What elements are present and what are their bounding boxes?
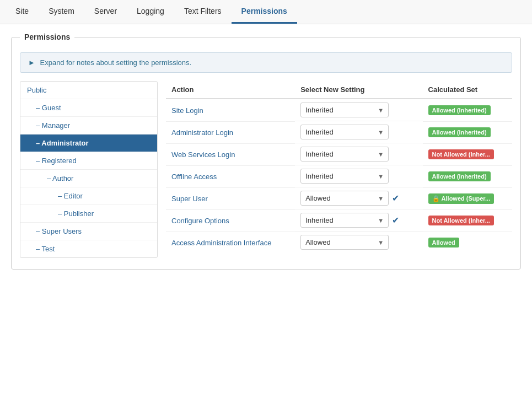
table-row: Web Services LoginInherited▼Not Allowed … [166,143,512,165]
setting-select-1[interactable]: Inherited▼ [300,125,389,139]
calc-badge: Not Allowed (Inher... [428,216,494,225]
setting-value: Inherited [305,150,334,158]
calc-badge: Allowed [428,238,459,247]
setting-select-5[interactable]: Inherited▼ [300,213,389,228]
expand-note-text: Expand for notes about setting the permi… [40,58,192,67]
badge-text: Not Allowed (Inher... [432,217,490,224]
checkmark-icon: ✔ [392,215,399,225]
calc-badge: 🔒Allowed (Super... [428,193,495,204]
chevron-down-icon: ▼ [378,151,384,158]
table-row: Administrator LoginInherited▼Allowed (In… [166,121,512,143]
table-row: Access Administration InterfaceAllowed▼A… [166,232,512,253]
tab-permissions[interactable]: Permissions [232,0,297,24]
sidebar-item-guest[interactable]: – Guest [20,99,157,117]
badge-text: Allowed (Inherited) [432,107,487,114]
action-label: Administrator Login [171,128,233,137]
sidebar-item-author[interactable]: – Author [20,170,157,187]
setting-value: Inherited [305,106,334,114]
chevron-down-icon: ▼ [378,107,384,114]
chevron-down-icon: ▼ [378,129,384,136]
calc-badge: Not Allowed (Inher... [428,149,494,159]
table-row: Site LoginInherited▼Allowed (Inherited) [166,99,512,121]
calc-badge: Allowed (Inherited) [428,171,491,181]
sidebar-item-test[interactable]: – Test [20,240,157,257]
badge-text: Allowed (Inherited) [432,173,487,180]
top-nav: SiteSystemServerLoggingText FiltersPermi… [0,0,532,24]
setting-select-2[interactable]: Inherited▼ [300,147,389,162]
chevron-down-icon: ▼ [378,173,384,180]
setting-value: Inherited [305,216,334,224]
action-label: Configure Options [171,217,229,225]
permissions-legend: Permissions [20,33,74,41]
sidebar: Public– Guest– Manager– Administrator– R… [20,81,158,258]
setting-value: Inherited [305,128,334,136]
col-action: Action [166,81,295,99]
tab-logging[interactable]: Logging [127,0,174,24]
setting-value: Allowed [305,194,331,202]
chevron-down-icon: ▼ [378,217,384,224]
setting-value: Allowed [305,238,331,246]
setting-select-3[interactable]: Inherited▼ [300,169,389,184]
checkmark-icon: ✔ [392,193,399,203]
col-calculated: Calculated Set [423,81,512,99]
sidebar-item-editor[interactable]: – Editor [20,187,157,205]
sidebar-item-public[interactable]: Public [20,82,157,99]
main-content: Permissions ► Expand for notes about set… [0,24,532,278]
chevron-down-icon: ▼ [378,195,384,202]
perm-table-wrap: Action Select New Setting Calculated Set… [166,81,512,258]
sidebar-item-registered[interactable]: – Registered [20,152,157,170]
sidebar-item-publisher[interactable]: – Publisher [20,205,157,223]
permissions-fieldset: Permissions ► Expand for notes about set… [11,33,521,270]
badge-text: Not Allowed (Inher... [432,151,490,158]
tab-text-filters[interactable]: Text Filters [174,0,232,24]
setting-select-6[interactable]: Allowed▼ [300,235,389,250]
calc-badge: Allowed (Inherited) [428,127,491,137]
badge-text: Allowed (Super... [442,195,491,202]
action-label: Site Login [171,106,203,115]
lock-icon: 🔒 [432,195,440,202]
badge-text: Allowed (Inherited) [432,129,487,136]
table-header-row: Action Select New Setting Calculated Set [166,81,512,99]
tab-server[interactable]: Server [84,0,127,24]
setting-value: Inherited [305,172,334,180]
sidebar-item-super-users[interactable]: – Super Users [20,223,157,240]
permissions-layout: Public– Guest– Manager– Administrator– R… [20,81,512,258]
chevron-down-icon: ▼ [378,239,384,246]
sidebar-item-administrator[interactable]: – Administrator [20,134,157,152]
calc-badge: Allowed (Inherited) [428,105,491,115]
setting-select-0[interactable]: Inherited▼ [300,103,389,117]
setting-select-4[interactable]: Allowed▼ [300,191,389,206]
table-row: Offline AccessInherited▼Allowed (Inherit… [166,165,512,187]
action-label: Super User [171,195,208,203]
action-label: Access Administration Interface [171,239,271,247]
expand-arrow: ► [28,58,35,67]
action-label: Offline Access [171,173,217,181]
action-label: Web Services Login [171,150,235,159]
tab-system[interactable]: System [39,0,84,24]
table-row: Super UserAllowed▼✔🔒Allowed (Super... [166,187,512,209]
table-row: Configure OptionsInherited▼✔Not Allowed … [166,209,512,232]
expand-note[interactable]: ► Expand for notes about setting the per… [20,52,512,73]
col-setting: Select New Setting [295,81,422,99]
permissions-table: Action Select New Setting Calculated Set… [166,81,512,253]
sidebar-item-manager[interactable]: – Manager [20,117,157,134]
tab-site[interactable]: Site [6,0,39,24]
badge-text: Allowed [432,239,455,246]
